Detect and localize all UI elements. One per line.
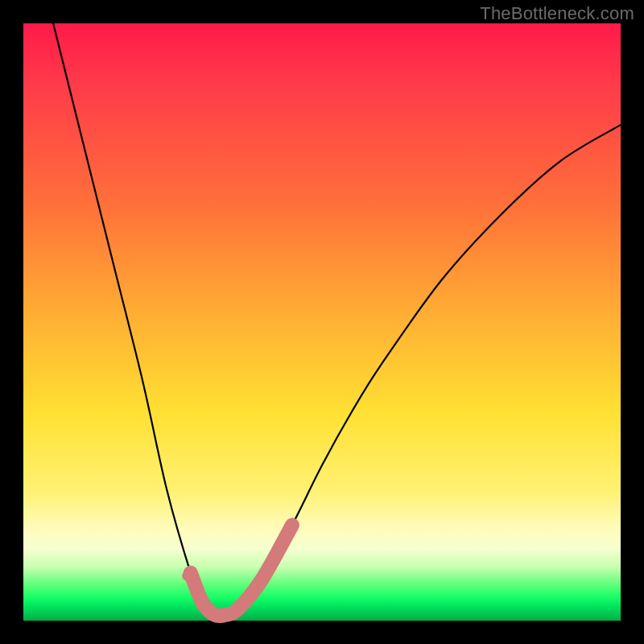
bottleneck-curve-svg [23, 23, 621, 621]
trough-marker-dot [182, 571, 193, 582]
watermark-text: TheBottleneck.com [480, 3, 634, 24]
chart-frame: TheBottleneck.com [0, 0, 644, 644]
bottleneck-curve-line [53, 23, 621, 616]
trough-marker-stroke [191, 525, 292, 616]
chart-plot-area [23, 23, 621, 621]
